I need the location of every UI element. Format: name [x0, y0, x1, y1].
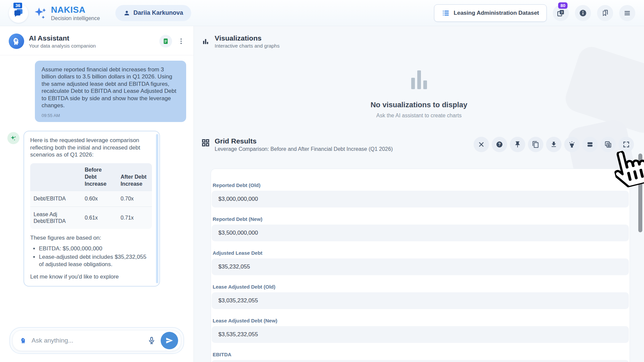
copy-button[interactable] [528, 137, 543, 152]
grid-results-title: Grid Results [215, 137, 393, 145]
field-label: Reported Debt (New) [213, 216, 629, 222]
after-cell: 0.71x [117, 207, 152, 229]
brand-name: NAKISA [51, 5, 100, 15]
field-value[interactable]: $3,000,000,000 [212, 191, 629, 207]
menu-button[interactable] [619, 5, 635, 21]
chat-logo-icon [13, 8, 24, 18]
visualizations-panel: Visualizations Interactive charts and gr… [194, 26, 644, 362]
form-field: Lease Adjusted Debt (Old) $3,035,232,055 [212, 284, 629, 309]
assistant-header: AI Assistant Your data analysis companio… [0, 26, 194, 55]
help-button[interactable]: ? [492, 137, 507, 152]
table-col-after: After Debt Increase [117, 163, 152, 191]
download-button[interactable] [546, 137, 561, 152]
info-button[interactable] [575, 5, 591, 21]
leverage-comparison-table: Before Debt Increase After Debt Increase… [30, 163, 152, 229]
ai-basis-text: These figures are based on: [30, 234, 152, 242]
table-col-before: Before Debt Increase [81, 163, 117, 191]
help-cards-icon: ? [556, 9, 565, 17]
bar-chart-icon [201, 37, 210, 46]
highlight-icon [568, 141, 576, 148]
user-pill[interactable]: Dariia Karkunova [115, 5, 191, 21]
info-icon [579, 9, 587, 17]
table-corner-cell [30, 163, 81, 191]
grid-toolbar: ? [474, 137, 634, 152]
dataset-button-label: Leasing Administration Dataset [454, 10, 539, 16]
brand-subtitle: Decision intelligence [51, 15, 100, 21]
grid-results-card: Reported Debt (Old) $3,000,000,000 Repor… [211, 169, 630, 362]
sparkle-icon [10, 134, 17, 142]
highlight-button[interactable] [564, 137, 580, 152]
bubble-scrollbar[interactable] [156, 134, 158, 283]
assistant-menu-button[interactable] [177, 38, 185, 45]
field-label: Adjusted Lease Debt [213, 250, 629, 256]
visualizations-title: Visualizations [215, 34, 279, 42]
form-field: Adjusted Lease Debt $35,232,055 [212, 250, 629, 275]
visualizations-subtitle: Interactive charts and graphs [215, 43, 279, 49]
ai-outro-text: Let me know if you'd like to explore [30, 273, 152, 281]
close-button[interactable] [474, 137, 489, 152]
grid-icon [201, 138, 210, 147]
chat-input[interactable] [32, 337, 143, 344]
fullscreen-button[interactable] [619, 137, 634, 152]
dataset-selector-button[interactable]: Leasing Administration Dataset [434, 4, 547, 22]
assistant-avatar [9, 34, 24, 49]
help-badge: 80 [558, 2, 568, 9]
ai-intro-text: Here is the requested leverage compariso… [30, 137, 152, 159]
ai-message-avatar [7, 132, 19, 144]
field-label: Lease Adjusted Debt (New) [213, 318, 629, 323]
export-sheet-button[interactable] [159, 35, 172, 48]
field-value[interactable]: $3,500,000,000 [212, 225, 629, 241]
notification-badge: 36 [13, 2, 23, 9]
close-icon [478, 141, 485, 148]
empty-state-title: No visualizations to display [194, 101, 644, 109]
fullscreen-icon [623, 141, 630, 148]
list-icon [442, 9, 450, 17]
ai-message-bubble: Here is the requested leverage compariso… [23, 131, 160, 287]
ai-assistant-panel: AI Assistant Your data analysis companio… [0, 26, 194, 362]
sparkle-icon [33, 6, 48, 20]
mic-icon [147, 336, 156, 345]
empty-state: No visualizations to display Ask the AI … [194, 70, 644, 119]
mic-button[interactable] [147, 336, 156, 345]
field-label: Lease Adjusted Debt (Old) [213, 284, 629, 290]
form-field: EBITDA [212, 352, 629, 362]
field-value[interactable]: $3,035,232,055 [212, 292, 629, 309]
form-field: Reported Debt (Old) $3,000,000,000 [212, 182, 629, 207]
scrollbar-thumb[interactable] [638, 154, 642, 232]
field-value[interactable]: $3,535,232,055 [212, 326, 629, 343]
top-header: 36 NAKISA Decision intelligence Dariia K… [0, 0, 644, 26]
assistant-subtitle: Your data analysis companion [29, 43, 96, 49]
metric-cell: Debt/EBITDA [30, 191, 81, 207]
rows-icon [586, 141, 594, 148]
field-value[interactable]: $35,232,055 [212, 258, 629, 275]
empty-state-subtitle: Ask the AI assistant to create charts [194, 113, 644, 119]
help-icon: ? [495, 140, 503, 148]
bullet-item: Lease-adjusted debt includes $35,232,055… [39, 253, 152, 268]
field-label: EBITDA [213, 352, 629, 357]
nakisa-logo[interactable]: 36 [9, 3, 28, 23]
download-icon [550, 141, 557, 148]
menu-icon [623, 9, 631, 17]
brand-block: NAKISA Decision intelligence [51, 5, 100, 21]
help-cards-button[interactable]: ? 80 [553, 5, 569, 21]
bookmarks-button[interactable] [597, 5, 613, 21]
table-row: Debt/EBITDA 0.60x 0.70x [30, 191, 152, 207]
bar-chart-icon [411, 70, 427, 89]
table-row: Lease Adj Debt/EBITDA 0.61x 0.71x [30, 207, 152, 229]
pin-button[interactable] [510, 137, 525, 152]
send-icon [165, 337, 173, 345]
svg-text:?: ? [498, 142, 500, 147]
form-field: Reported Debt (New) $3,500,000,000 [212, 216, 629, 241]
sheet-icon [162, 38, 169, 45]
field-value[interactable] [212, 360, 629, 362]
before-cell: 0.61x [81, 207, 117, 229]
message-list[interactable]: Assume reported financial debt increases… [0, 55, 194, 324]
form-field: Lease Adjusted Debt (New) $3,535,232,055 [212, 318, 629, 343]
copy-icon [532, 141, 539, 148]
user-message-bubble: Assume reported financial debt increases… [35, 61, 186, 122]
person-icon [123, 10, 130, 16]
table-calc-button[interactable] [600, 137, 616, 152]
after-cell: 0.70x [117, 191, 152, 207]
send-button[interactable] [161, 332, 178, 349]
rows-view-button[interactable] [582, 137, 598, 152]
